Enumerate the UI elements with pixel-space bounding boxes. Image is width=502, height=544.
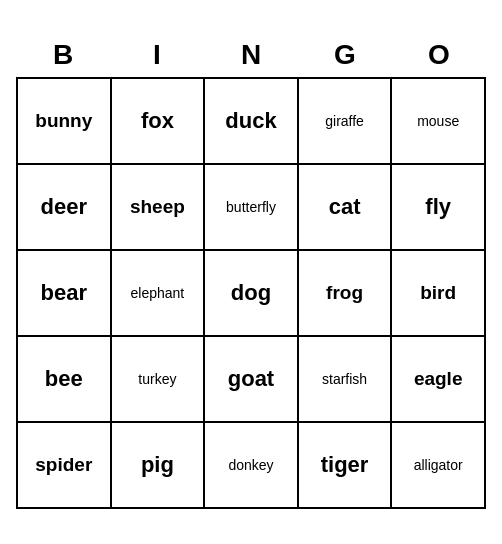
bingo-cell-4-3: tiger [299, 423, 393, 507]
cell-text-deer: deer [41, 194, 87, 220]
cell-text-elephant: elephant [131, 285, 185, 302]
bingo-card: BINGO bunnyfoxduckgiraffemousedeersheepb… [6, 25, 496, 519]
bingo-cell-2-1: elephant [112, 251, 206, 335]
cell-text-eagle: eagle [414, 368, 463, 391]
bingo-cell-4-0: spider [18, 423, 112, 507]
bingo-cell-1-0: deer [18, 165, 112, 249]
bingo-cell-1-4: fly [392, 165, 484, 249]
cell-text-starfish: starfish [322, 371, 367, 388]
bingo-row-4: spiderpigdonkeytigeralligator [18, 423, 484, 507]
cell-text-pig: pig [141, 452, 174, 478]
cell-text-fly: fly [425, 194, 451, 220]
cell-text-bear: bear [41, 280, 87, 306]
bingo-cell-0-2: duck [205, 79, 299, 163]
cell-text-fox: fox [141, 108, 174, 134]
cell-text-giraffe: giraffe [325, 113, 364, 130]
cell-text-turkey: turkey [138, 371, 176, 388]
bingo-cell-4-2: donkey [205, 423, 299, 507]
cell-text-donkey: donkey [228, 457, 273, 474]
bingo-cell-3-4: eagle [392, 337, 484, 421]
bingo-cell-0-0: bunny [18, 79, 112, 163]
bingo-cell-3-3: starfish [299, 337, 393, 421]
bingo-cell-0-3: giraffe [299, 79, 393, 163]
cell-text-butterfly: butterfly [226, 199, 276, 216]
cell-text-mouse: mouse [417, 113, 459, 130]
bingo-header: BINGO [16, 35, 486, 75]
header-letter-G: G [298, 35, 392, 75]
header-letter-N: N [204, 35, 298, 75]
cell-text-frog: frog [326, 282, 363, 305]
cell-text-tiger: tiger [321, 452, 369, 478]
bingo-cell-4-1: pig [112, 423, 206, 507]
bingo-row-3: beeturkeygoatstarfisheagle [18, 337, 484, 423]
cell-text-spider: spider [35, 454, 92, 477]
bingo-cell-1-2: butterfly [205, 165, 299, 249]
cell-text-dog: dog [231, 280, 271, 306]
header-letter-O: O [392, 35, 486, 75]
header-letter-I: I [110, 35, 204, 75]
bingo-cell-4-4: alligator [392, 423, 484, 507]
cell-text-bee: bee [45, 366, 83, 392]
bingo-cell-3-1: turkey [112, 337, 206, 421]
bingo-cell-2-4: bird [392, 251, 484, 335]
bingo-grid: bunnyfoxduckgiraffemousedeersheepbutterf… [16, 77, 486, 509]
cell-text-duck: duck [225, 108, 276, 134]
bingo-cell-2-3: frog [299, 251, 393, 335]
bingo-cell-1-1: sheep [112, 165, 206, 249]
bingo-cell-2-2: dog [205, 251, 299, 335]
cell-text-alligator: alligator [414, 457, 463, 474]
cell-text-bunny: bunny [35, 110, 92, 133]
cell-text-cat: cat [329, 194, 361, 220]
bingo-row-0: bunnyfoxduckgiraffemouse [18, 79, 484, 165]
bingo-cell-3-0: bee [18, 337, 112, 421]
bingo-cell-3-2: goat [205, 337, 299, 421]
bingo-cell-1-3: cat [299, 165, 393, 249]
header-letter-B: B [16, 35, 110, 75]
cell-text-bird: bird [420, 282, 456, 305]
bingo-cell-2-0: bear [18, 251, 112, 335]
cell-text-sheep: sheep [130, 196, 185, 219]
bingo-row-1: deersheepbutterflycatfly [18, 165, 484, 251]
bingo-row-2: bearelephantdogfrogbird [18, 251, 484, 337]
cell-text-goat: goat [228, 366, 274, 392]
bingo-cell-0-1: fox [112, 79, 206, 163]
bingo-cell-0-4: mouse [392, 79, 484, 163]
